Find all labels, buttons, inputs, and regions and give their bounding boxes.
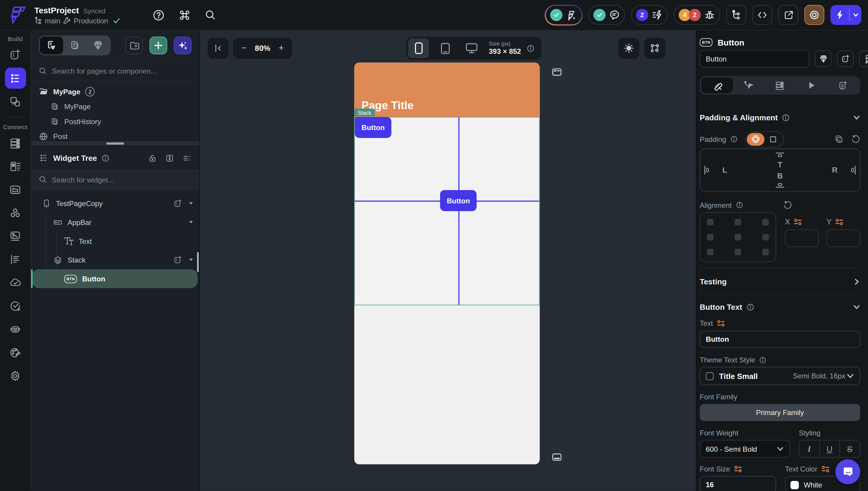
- collapse-panel-button[interactable]: [208, 37, 228, 59]
- rail-item-media[interactable]: [5, 226, 26, 247]
- export-button[interactable]: [778, 5, 798, 25]
- page-row[interactable]: PostHistory: [31, 114, 199, 129]
- collapse-caret-icon[interactable]: [188, 201, 194, 206]
- add-folder-button[interactable]: [125, 37, 143, 54]
- canvas-settings-button[interactable]: [644, 37, 665, 59]
- x-input[interactable]: [785, 229, 819, 247]
- tab-backend[interactable]: [764, 78, 796, 93]
- page-folder-row[interactable]: MyPage 2: [31, 84, 199, 99]
- tab-animations[interactable]: [796, 78, 827, 93]
- preview-button[interactable]: [804, 5, 824, 25]
- tree-node-stack[interactable]: Stack: [31, 250, 199, 269]
- rail-item-database[interactable]: [5, 133, 26, 153]
- branch-tree-button[interactable]: [726, 5, 746, 25]
- preview-button-center[interactable]: Button: [440, 190, 477, 211]
- chevron-right-icon[interactable]: [853, 278, 860, 285]
- search-icon[interactable]: [205, 9, 216, 20]
- device-tablet-button[interactable]: [434, 38, 456, 58]
- chat-support-button[interactable]: [835, 459, 860, 484]
- branch-name[interactable]: main: [45, 16, 61, 25]
- padding-mode-separate[interactable]: [747, 133, 764, 145]
- collapse-caret-icon[interactable]: [188, 257, 194, 263]
- expand-all-icon[interactable]: [165, 153, 175, 163]
- font-size-input[interactable]: [700, 476, 776, 491]
- tab-documentation[interactable]: [827, 78, 859, 93]
- pages-search-input[interactable]: [52, 67, 191, 75]
- tab-components[interactable]: [86, 37, 110, 54]
- command-menu-icon[interactable]: [179, 9, 190, 21]
- collapse-caret-icon[interactable]: [188, 219, 194, 225]
- padding-right-label[interactable]: R: [832, 166, 838, 174]
- page-row[interactable]: Post: [31, 129, 199, 140]
- preview-button-topleft[interactable]: Button: [355, 117, 391, 138]
- sort-icon[interactable]: [182, 153, 192, 163]
- rail-item-theme[interactable]: [5, 342, 26, 363]
- underline-button[interactable]: U: [819, 440, 840, 457]
- tree-node-appbar[interactable]: AppBar: [31, 213, 199, 232]
- panel-resize-handle[interactable]: [31, 140, 199, 146]
- padding-right-icon[interactable]: [851, 166, 856, 174]
- light-mode-button[interactable]: [618, 37, 640, 59]
- strikethrough-button[interactable]: S: [840, 440, 860, 457]
- actions-pill[interactable]: 2: [631, 5, 668, 25]
- reset-icon[interactable]: [851, 135, 860, 144]
- padding-bottom-icon[interactable]: [776, 183, 784, 188]
- widget-name-input[interactable]: [700, 50, 809, 68]
- chevron-down-icon[interactable]: [853, 114, 860, 121]
- tab-actions[interactable]: [733, 78, 764, 93]
- reset-icon[interactable]: [783, 200, 792, 210]
- rail-item-custom-code[interactable]: [5, 249, 26, 270]
- rail-item-storage[interactable]: [5, 179, 26, 200]
- tab-pages[interactable]: [63, 37, 87, 54]
- rail-item-tests[interactable]: [5, 295, 26, 316]
- comments-pill[interactable]: [588, 5, 625, 25]
- chevron-down-icon[interactable]: [853, 303, 860, 310]
- font-weight-dropdown[interactable]: 600 - Semi Bold: [700, 440, 790, 458]
- theme-style-selector[interactable]: Title Small Semi Bold, 16px: [700, 367, 860, 385]
- y-input[interactable]: [826, 229, 860, 247]
- rail-item-add-page[interactable]: [5, 44, 26, 65]
- preview-appbar[interactable]: Page Title: [354, 63, 540, 117]
- rail-item-settings[interactable]: [5, 365, 26, 386]
- variable-icon[interactable]: [717, 320, 725, 327]
- flutterflow-docs-button[interactable]: [859, 51, 868, 67]
- ai-generate-button[interactable]: [174, 37, 192, 54]
- lock-icon[interactable]: [148, 153, 157, 163]
- section-button-text[interactable]: Button Text: [700, 301, 860, 313]
- rail-item-cloud-functions[interactable]: [5, 272, 26, 293]
- padding-bottom-label[interactable]: B: [777, 171, 783, 180]
- variable-icon[interactable]: [822, 465, 830, 472]
- panel-scrollbar[interactable]: [197, 252, 199, 272]
- tab-properties[interactable]: [702, 78, 733, 93]
- tab-pages-components[interactable]: [40, 37, 63, 54]
- rail-item-api[interactable]: [5, 156, 26, 177]
- add-widget-icon[interactable]: [173, 199, 183, 208]
- alignment-grid[interactable]: [700, 212, 776, 262]
- padding-mode-all[interactable]: [764, 133, 782, 145]
- flutterflow-logo-icon[interactable]: [8, 6, 27, 25]
- code-view-button[interactable]: [752, 5, 772, 25]
- issues-pill[interactable]: 4 2: [674, 5, 720, 25]
- rail-item-widget-tree[interactable]: [5, 68, 26, 89]
- variable-icon[interactable]: [734, 465, 742, 472]
- environment-name[interactable]: Production: [74, 16, 108, 25]
- section-padding-alignment[interactable]: Padding & Alignment: [700, 112, 860, 123]
- add-widget-button[interactable]: [837, 51, 854, 67]
- rail-item-integrations[interactable]: [5, 202, 26, 223]
- italic-button[interactable]: I: [800, 440, 820, 457]
- section-testing[interactable]: Testing: [700, 273, 860, 290]
- padding-left-label[interactable]: L: [722, 166, 727, 174]
- padding-top-icon[interactable]: [776, 152, 784, 157]
- rail-item-components[interactable]: [5, 91, 26, 112]
- run-button[interactable]: [831, 5, 862, 25]
- zoom-in-button[interactable]: +: [279, 43, 284, 53]
- help-icon[interactable]: [153, 9, 164, 21]
- widget-search-input[interactable]: [52, 175, 191, 183]
- button-text-input[interactable]: [700, 331, 860, 348]
- tree-node-page[interactable]: TestPageCopy: [31, 194, 199, 213]
- device-phone-button[interactable]: [408, 38, 429, 58]
- variable-icon[interactable]: [836, 218, 844, 225]
- copy-icon[interactable]: [834, 135, 844, 144]
- padding-left-icon[interactable]: [704, 166, 709, 174]
- tree-node-text[interactable]: Text: [31, 231, 199, 250]
